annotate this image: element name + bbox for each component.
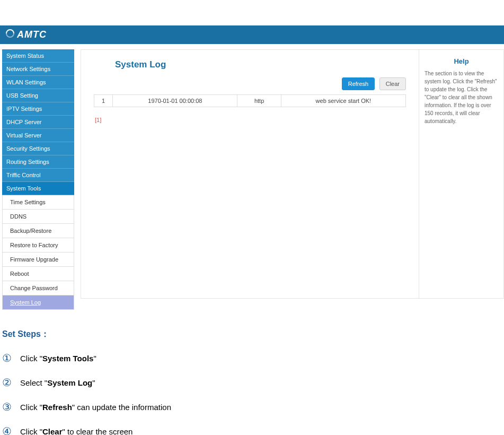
sidebar-item-label: System Tools	[6, 185, 41, 192]
step-2: ② Select "System Log"	[2, 376, 504, 389]
subitem-time-settings[interactable]: Time Settings	[2, 195, 74, 210]
subitem-restore-to-factory[interactable]: Restore to Factory	[2, 238, 74, 253]
subitem-backup-restore[interactable]: Backup/Restore	[2, 224, 74, 238]
button-row: Refresh Clear	[94, 77, 406, 90]
sidebar-item-virtual-server[interactable]: Virtual Server	[2, 129, 74, 142]
steps-block: Set Steps： ① Click "System Tools" ② Sele…	[0, 310, 504, 435]
sidebar-subitem-label: Backup/Restore	[10, 228, 51, 234]
table-row: 1 1970-01-01 00:00:08 http web service s…	[94, 95, 406, 107]
log-msg-cell: web service start OK!	[281, 95, 405, 107]
step-text-bold: System Tools	[42, 354, 93, 363]
subitem-system-log[interactable]: System Log	[2, 295, 74, 310]
sidebar-item-label: USB Setting	[6, 92, 38, 99]
sidebar-item-traffic-control[interactable]: Triffic Control	[2, 169, 74, 182]
log-table: 1 1970-01-01 00:00:08 http web service s…	[94, 94, 406, 107]
step-text: Click "Clear" to clear the screen	[20, 427, 132, 436]
step-number-icon: ②	[2, 376, 20, 389]
sidebar-item-routing-settings[interactable]: Routing Settings	[2, 155, 74, 169]
sidebar-item-dhcp-server[interactable]: DHCP Server	[2, 116, 74, 129]
subitem-reboot[interactable]: Reboot	[2, 267, 74, 281]
help-text: The section is to view the system log. C…	[425, 69, 498, 125]
page-title: System Log	[115, 59, 406, 70]
step-number-icon: ④	[2, 425, 20, 435]
refresh-button[interactable]: Refresh	[342, 77, 375, 90]
sidebar-item-security-settings[interactable]: Security Settings	[2, 142, 74, 155]
sidebar-item-label: Triffic Control	[6, 172, 41, 178]
step-text-pre: Click "	[20, 403, 42, 412]
sidebar-subitem-label: System Log	[10, 299, 41, 306]
sidebar-item-label: Security Settings	[6, 145, 50, 152]
sidebar: System Status Network Settings WLAN Sett…	[2, 49, 74, 310]
step-text-bold: Refresh	[42, 403, 72, 412]
sidebar-subitem-label: Firmware Upgrade	[10, 256, 58, 263]
step-text-pre: Click "	[20, 427, 42, 436]
log-time-cell: 1970-01-01 00:00:08	[113, 95, 237, 107]
sidebar-item-label: DHCP Server	[6, 119, 41, 125]
step-text-post: " to clear the screen	[63, 427, 133, 436]
help-title: Help	[425, 57, 498, 65]
subitem-change-password[interactable]: Change Password	[2, 281, 74, 295]
sidebar-subitem-label: Change Password	[10, 285, 58, 291]
step-text: Select "System Log"	[20, 378, 95, 387]
step-3: ③ Click "Refresh" can update the informa…	[2, 401, 504, 413]
content-wrap: System Log Refresh Clear 1 1970-01-01 00…	[81, 49, 504, 299]
step-number-icon: ①	[2, 352, 20, 364]
step-text: Click "System Tools"	[20, 354, 96, 363]
step-text-post: "	[93, 354, 96, 363]
step-4: ④ Click "Clear" to clear the screen	[2, 425, 504, 435]
sidebar-subitem-label: Time Settings	[10, 199, 46, 205]
sidebar-item-label: Routing Settings	[6, 159, 49, 165]
step-text-pre: Click "	[20, 354, 42, 363]
sidebar-subitem-label: DDNS	[10, 213, 26, 220]
pager[interactable]: [1]	[95, 117, 406, 123]
sidebar-item-label: Network Settings	[6, 66, 50, 72]
step-text-bold: Clear	[42, 427, 63, 436]
sidebar-item-network-settings[interactable]: Network Settings	[2, 63, 74, 76]
sidebar-item-system-status[interactable]: System Status	[2, 49, 74, 63]
sidebar-subitem-label: Reboot	[10, 271, 29, 277]
sidebar-item-usb-setting[interactable]: USB Setting	[2, 89, 74, 102]
help-panel: Help The section is to view the system l…	[419, 50, 503, 298]
clear-button[interactable]: Clear	[379, 77, 406, 90]
brand-logo: AMTC	[5, 29, 47, 41]
step-text: Click "Refresh" can update the informati…	[20, 403, 171, 412]
header-bar: AMTC	[0, 25, 504, 44]
subitem-firmware-upgrade[interactable]: Firmware Upgrade	[2, 253, 74, 267]
step-1: ① Click "System Tools"	[2, 352, 504, 364]
steps-title: Set Steps：	[2, 329, 504, 340]
sidebar-item-system-tools[interactable]: System Tools	[2, 182, 74, 195]
sidebar-item-label: System Status	[6, 53, 44, 59]
layout: System Status Network Settings WLAN Sett…	[0, 44, 504, 310]
sidebar-item-label: IPTV Settings	[6, 106, 42, 112]
step-text-post: "	[92, 378, 95, 387]
sidebar-item-wlan-settings[interactable]: WLAN Settings	[2, 76, 74, 89]
step-text-pre: Select "	[20, 378, 47, 387]
log-proto-cell: http	[237, 95, 281, 107]
step-text-post: " can update the information	[72, 403, 171, 412]
log-index-cell: 1	[94, 95, 113, 107]
sidebar-subitem-label: Restore to Factory	[10, 242, 58, 248]
step-text-bold: System Log	[47, 378, 92, 387]
sidebar-item-label: Virtual Server	[6, 132, 41, 138]
step-number-icon: ③	[2, 401, 20, 413]
logo-swoosh-icon	[5, 29, 15, 41]
sidebar-item-iptv-settings[interactable]: IPTV Settings	[2, 102, 74, 116]
brand-text: AMTC	[17, 29, 47, 40]
main-panel: System Log Refresh Clear 1 1970-01-01 00…	[81, 50, 419, 298]
subitem-ddns[interactable]: DDNS	[2, 210, 74, 224]
sidebar-item-label: WLAN Settings	[6, 79, 46, 85]
